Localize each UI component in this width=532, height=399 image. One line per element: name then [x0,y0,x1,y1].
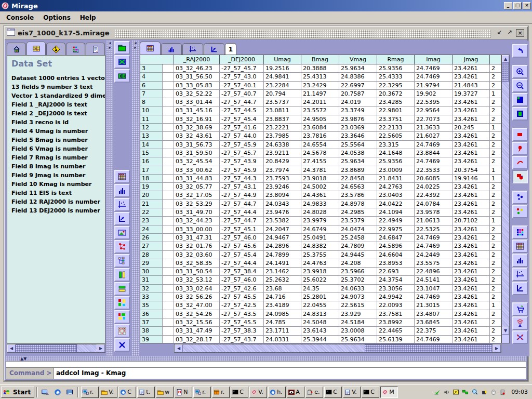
column-header[interactable] [140,55,174,64]
antenna-button[interactable] [512,316,528,330]
scatter-axes-button[interactable] [114,198,130,211]
splitter-collapse-icon[interactable]: ◂ [107,41,113,45]
table-row[interactable]: 1803_31_44.83-27_57_44.323.759323.901822… [140,175,501,183]
table-row[interactable]: 1403_31_56.73-27_57_45.924.633824.655425… [140,141,501,149]
table-row[interactable]: 1303_32_43.61-27_57_44.023.798523.781623… [140,132,501,140]
task-button-v[interactable]: V. [100,387,117,398]
minimize-button[interactable]: _ [504,2,512,9]
scroll-up-icon[interactable]: ▲ [502,55,509,63]
table-row[interactable]: 2703_32_01.76-27_57_45.624.289624.838224… [140,242,501,250]
frame-minimize-icon[interactable]: ↙ [495,29,503,37]
color-dots-button[interactable] [512,205,528,218]
color-squares-button[interactable] [114,296,130,310]
lineplot-button[interactable] [114,212,130,225]
close-x-button[interactable] [114,338,130,352]
tray-recorder[interactable] [499,388,507,396]
table-row[interactable]: 2003_32_17.05-27_57_44.923.809424.436123… [140,191,501,200]
column-header-imag[interactable]: Imag [415,55,453,64]
table-row[interactable]: 1203_32_38.69-27_57_41.623.222123.608423… [140,124,501,132]
maximize-button[interactable]: □ [513,2,522,9]
table-row[interactable]: 3503_32_47.00-27_57_42.523.418922.045522… [140,301,501,310]
tray-cpu[interactable] [480,388,488,396]
task-button-c[interactable]: eC [118,387,136,398]
view-tab-lineplot[interactable] [204,43,224,55]
splitter-updown-icons[interactable]: ▲▼ [20,356,26,361]
view-tab-scatter-axes[interactable] [182,43,203,55]
table-row[interactable]: 3303_32_56.26-27_57_45.524.71625.280124.… [140,293,501,301]
row-number-cell[interactable]: 31 [140,276,163,284]
scatter-axes-button[interactable] [512,268,528,281]
tray-keyboard-layout[interactable]: 3 [452,388,460,396]
red-comma-button[interactable] [512,142,528,155]
column-header-umag[interactable]: Umag [264,55,301,64]
task-button-a[interactable]: A [287,387,304,398]
frame-maximize-icon[interactable]: ↗ [506,29,514,37]
table-row[interactable]: 1003_31_45.16-27_57_44.523.081123.557223… [140,107,501,115]
scroll-left-icon[interactable]: ◀ [175,344,183,352]
cart-button[interactable] [512,302,528,316]
splitter-expand-icon[interactable]: ▸ [107,45,113,50]
table-row[interactable]: 2603_31_47.31-27_57_46.024.946725.049125… [140,234,501,242]
table-vscrollbar[interactable]: ▲ ▼ [501,55,510,343]
row-number-cell[interactable]: 10 [140,107,163,115]
scroll-right-icon[interactable]: ▶ [493,344,501,352]
column-header[interactable] [490,55,501,64]
column-header-jmag[interactable]: Jmag [453,55,490,64]
row-number-cell[interactable]: 16 [140,157,163,166]
table-row[interactable]: 2303_32_44.23-27_57_44.723.538223.997923… [140,217,501,225]
row-number-cell[interactable]: 28 [140,251,163,259]
row-number-cell[interactable]: 27 [140,242,163,250]
table-row[interactable]: 2103_32_53.29-27_57_44.724.034324.983324… [140,200,501,208]
left-tab-warning[interactable] [46,43,65,55]
table-row[interactable]: 2203_31_49.70-27_57_44.423.947624.802824… [140,208,501,217]
table-row[interactable]: 703_32_52.22-27_57_40.720.79421.149720.7… [140,90,501,98]
table-row[interactable]: 2803_32_03.60-27_57_45.424.789925.375524… [140,251,501,259]
task-button-c[interactable]: C [362,387,379,398]
table-row[interactable]: 2903_32_58.35-27_57_44.424.149124.476324… [140,259,501,268]
delete-dataset-button[interactable] [114,55,130,69]
task-button-m[interactable]: M [380,387,398,398]
row-number-cell[interactable]: 6 [140,82,163,90]
task-button-t[interactable]: t. [137,387,155,398]
row-number-cell[interactable]: 26 [140,234,163,242]
table-grid-button[interactable] [114,170,130,183]
task-button-h[interactable]: eh. [268,387,286,398]
dataset-panel-hscrollbar[interactable]: ◀ ▶ [7,344,105,353]
scroll-right-icon[interactable]: ▶ [97,344,105,352]
row-number-cell[interactable]: 24 [140,225,163,234]
task-button-v[interactable]: V. [343,387,361,398]
column-header-raj2000[interactable]: _RAJ2000 [174,55,220,64]
table-row[interactable]: 2403_33_00.00-27_57_45.124.204724.674924… [140,225,501,234]
row-number-cell[interactable]: 19 [140,183,163,191]
table-grid-button[interactable] [512,240,528,253]
row-number-cell[interactable]: 13 [140,132,163,140]
row-number-cell[interactable]: 22 [140,208,163,217]
red-rect-button[interactable] [512,128,528,141]
row-number-cell[interactable]: 30 [140,268,163,276]
column-header-vmag[interactable]: Vmag [339,55,377,64]
red-shapes-button[interactable] [512,170,528,183]
zoom-in-button[interactable] [512,65,528,78]
menu-options[interactable]: Options [41,12,78,23]
scrollbar-thumb[interactable] [16,344,77,352]
table-row[interactable]: 3003_31_50.54-27_57_38.423.146223.991823… [140,268,501,276]
table-hscrollbar[interactable]: ◀ ▶ [174,344,501,353]
lineplot-button[interactable] [512,282,528,295]
pixel-grid-button[interactable] [512,225,528,239]
table-row[interactable]: 603_33_05.83-27_57_40.123.228423.242922.… [140,82,501,90]
row-number-cell[interactable]: 4 [140,73,163,81]
task-button-c[interactable]: C [324,387,342,398]
quicklaunch-ie[interactable]: e [52,387,63,397]
vbars-button[interactable] [114,268,130,282]
table-row[interactable]: 3703_32_15.56-27_57_45.524.78524.504824.… [140,318,501,327]
menu-help[interactable]: Help [78,12,103,23]
splitter-mid[interactable]: ◂ ▸ [132,41,139,356]
barchart-button[interactable] [512,254,528,267]
left-tab-home[interactable] [7,43,26,55]
row-number-cell[interactable]: 38 [140,327,163,335]
left-tab-document[interactable] [86,43,105,55]
tree-button[interactable] [114,254,130,268]
table-row[interactable]: 1703_33_00.62-27_57_45.923.797424.378123… [140,166,501,175]
square-inner-button[interactable] [512,107,528,121]
row-number-cell[interactable]: 35 [140,301,163,310]
